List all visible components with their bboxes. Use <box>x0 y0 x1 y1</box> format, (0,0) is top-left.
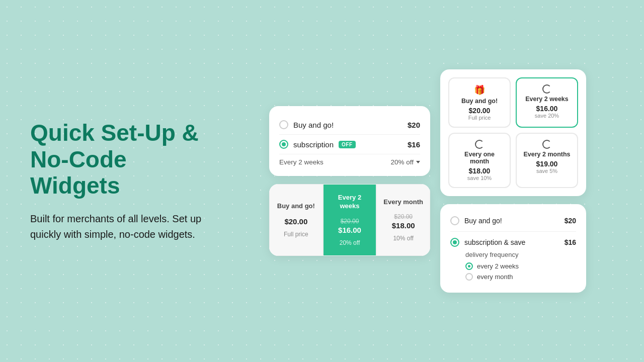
table-col2-price: $16.00 <box>338 226 361 234</box>
freq-label: delivery frequency <box>465 251 576 258</box>
badge-off: OFF <box>339 141 356 148</box>
widget-radio2: Buy and go! $20 subscription & save $16 … <box>440 204 586 293</box>
widget-table: Buy and go! $20.00 Full price Every 2 we… <box>269 184 430 256</box>
r2-opt-text-2: every month <box>477 273 513 281</box>
table-col3-price: $18.00 <box>392 221 415 230</box>
table-col1-price: $20.00 <box>284 217 307 226</box>
divider <box>450 231 576 232</box>
right-column: 🎁 Buy and go! $20.00 Full price Every 2 … <box>440 69 586 293</box>
r2-price-1: $20 <box>565 217 576 225</box>
widget-radio: Buy and go! $20 subscription OFF $16 Eve… <box>269 106 430 176</box>
r2-option-2[interactable]: every month <box>465 273 576 281</box>
plan3-name: Every one month <box>454 151 505 165</box>
frequency-row[interactable]: Every 2 weeks 20% off <box>279 154 420 167</box>
plans-grid: 🎁 Buy and go! $20.00 Full price Every 2 … <box>448 77 578 188</box>
plan-card-1[interactable]: 🎁 Buy and go! $20.00 Full price <box>448 77 511 128</box>
plan4-name: Every 2 months <box>523 151 570 158</box>
sync-icon-3 <box>475 140 484 149</box>
r2-sub-indent: delivery frequency every 2 weeks every m… <box>450 251 576 283</box>
table-col3-orig: $20.00 <box>394 213 413 220</box>
subtext: Built for merchants of all levels. Set u… <box>30 211 221 242</box>
radio-row-2[interactable]: subscription OFF $16 <box>279 135 420 154</box>
r2-opt-radio-2[interactable] <box>465 273 473 281</box>
middle-column: Buy and go! $20 subscription OFF $16 Eve… <box>269 106 430 256</box>
plan-card-3[interactable]: Every one month $18.00 save 10% <box>448 133 511 188</box>
right-section: Buy and go! $20 subscription OFF $16 Eve… <box>242 69 614 293</box>
r2-opt-text-1: every 2 weeks <box>477 262 519 270</box>
r2-row-1[interactable]: Buy and go! $20 <box>450 213 576 228</box>
plan-card-4[interactable]: Every 2 months $19.00 save 5% <box>516 133 578 188</box>
sync-icon-4 <box>542 140 551 149</box>
sync-icon-2 <box>542 84 551 94</box>
r2-option-1[interactable]: every 2 weeks <box>465 262 576 270</box>
chevron-down-icon <box>416 161 420 163</box>
table-col2-discount: 20% off <box>340 239 360 246</box>
radio-selected-2[interactable] <box>279 140 288 149</box>
main-heading: Quick Set-Up & No-Code Widgets <box>30 120 221 200</box>
plan4-sub: save 5% <box>536 168 557 174</box>
discount-label: 20% off <box>390 158 420 166</box>
table-col2-orig: $20.00 <box>341 218 359 225</box>
r2-row-2[interactable]: subscription & save $16 <box>450 235 576 250</box>
plan2-price: $16.00 <box>536 105 558 113</box>
table-col-3[interactable]: Every month $20.00 $18.00 10% off <box>376 184 430 256</box>
table-col3-header: Every month <box>383 198 423 207</box>
table-col-2[interactable]: Every 2 weeks $20.00 $16.00 20% off <box>323 184 377 256</box>
plan1-sub: Full price <box>468 115 491 121</box>
r2-price-2: $16 <box>565 238 576 246</box>
label-subscription: subscription <box>293 140 334 149</box>
radio-row-1[interactable]: Buy and go! $20 <box>279 115 420 135</box>
r2-opt-radio-1[interactable] <box>465 262 473 270</box>
widget-plans: 🎁 Buy and go! $20.00 Full price Every 2 … <box>440 69 586 196</box>
plan3-price: $18.00 <box>469 167 491 175</box>
plan3-sub: save 10% <box>467 175 492 181</box>
price-buy-and-go: $20 <box>408 121 420 129</box>
frequency-label: Every 2 weeks <box>279 158 324 166</box>
label-buy-and-go: Buy and go! <box>293 121 334 129</box>
price-subscription: $16 <box>408 140 420 149</box>
table-col1-discount: Full price <box>284 231 308 238</box>
plan1-price: $20.00 <box>469 107 491 115</box>
table-col-1[interactable]: Buy and go! $20.00 Full price <box>269 184 323 256</box>
table-col2-header: Every 2 weeks <box>329 194 371 211</box>
gift-icon: 🎁 <box>474 84 485 96</box>
r2-label-2: subscription & save <box>464 238 525 246</box>
page-layout: Quick Set-Up & No-Code Widgets Built for… <box>0 0 644 362</box>
plan4-price: $19.00 <box>536 160 558 168</box>
r2-radio-1[interactable] <box>450 216 459 225</box>
r2-radio-2[interactable] <box>450 238 459 247</box>
table-grid: Buy and go! $20.00 Full price Every 2 we… <box>269 184 430 256</box>
table-col1-header: Buy and go! <box>277 202 315 211</box>
r2-label-1: Buy and go! <box>464 217 502 225</box>
plan1-name: Buy and go! <box>461 98 498 105</box>
plan2-name: Every 2 weeks <box>525 96 569 103</box>
plan2-sub: save 20% <box>535 113 559 119</box>
left-section: Quick Set-Up & No-Code Widgets Built for… <box>30 120 221 243</box>
table-col3-discount: 10% off <box>393 235 413 242</box>
radio-unselected-1[interactable] <box>279 120 288 129</box>
plan-card-2[interactable]: Every 2 weeks $16.00 save 20% <box>516 77 578 128</box>
